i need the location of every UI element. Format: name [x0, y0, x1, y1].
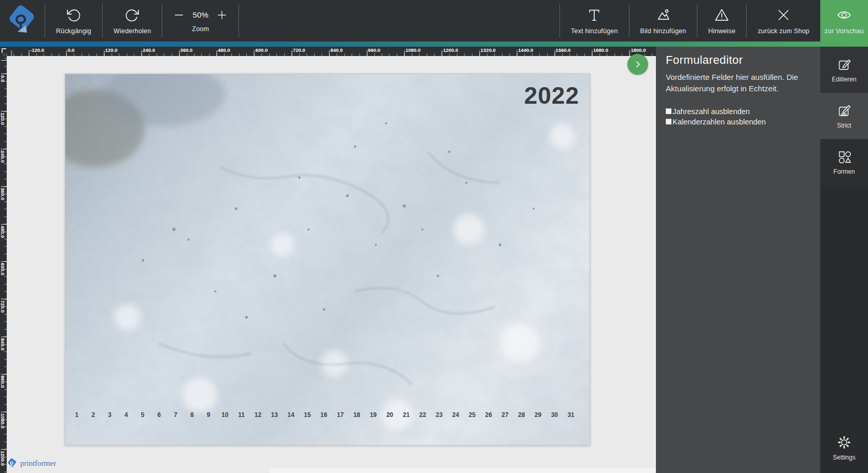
- accent-gradient-bar: [0, 41, 868, 47]
- ruler-tick-label: 360.0: [0, 188, 6, 200]
- ruler-corner-marker: [2, 48, 6, 53]
- calendar-day-number: 23: [436, 411, 442, 419]
- back-to-shop-label: zurück zum Shop: [758, 27, 809, 35]
- ruler-tick-label: 480.0: [218, 47, 230, 53]
- close-icon: [776, 7, 791, 23]
- ruler-tick-label: 1680.0: [593, 47, 608, 53]
- top-toolbar: Rückgängig Wiederholen 50% Zoom Text hin…: [0, 0, 868, 41]
- zoom-control: 50% Zoom: [162, 0, 239, 41]
- form-editor-panel: Formulareditor Vordefinierte Felder hier…: [656, 47, 820, 473]
- sidebar-spacer: [820, 185, 868, 423]
- ruler-tick-label: 960.0: [0, 375, 6, 388]
- checkbox-hide-calendar-numbers[interactable]: Kalenderzahlen ausblenden: [666, 117, 810, 127]
- checkbox[interactable]: [666, 108, 671, 114]
- ruler-tick-label: 1560.0: [556, 47, 571, 53]
- zoom-label: Zoom: [192, 25, 209, 33]
- calendar-day-number: 1: [75, 411, 79, 419]
- edit-note-icon: [837, 103, 851, 118]
- ruler-tick-label: 1440.0: [518, 47, 533, 53]
- ruler-tick-label: 840.0: [330, 47, 343, 53]
- ruler-tick-label: -120.0: [30, 47, 44, 53]
- ruler-major-ticks: [1, 47, 7, 473]
- ruler-tick-label: 720.0: [0, 300, 6, 313]
- hints-label: Hinweise: [708, 27, 735, 35]
- calendar-artboard[interactable]: 2022 12345678910111213141516171819202122…: [65, 74, 590, 446]
- zoom-in-icon[interactable]: [216, 9, 228, 21]
- calendar-day-number: 5: [141, 411, 145, 419]
- ruler-tick-label: 840.0: [0, 338, 6, 351]
- ruler-tick-label: 120.0: [0, 113, 6, 125]
- collapse-panel-button[interactable]: [627, 54, 648, 75]
- preview-label: zur Vorschau: [824, 27, 863, 35]
- sidebar-item-label: Strict: [837, 122, 851, 129]
- printformer-logo-icon: [7, 458, 17, 469]
- zoom-out-icon[interactable]: [173, 9, 185, 21]
- year-text[interactable]: 2022: [524, 84, 579, 107]
- calendar-day-number: 30: [551, 411, 558, 419]
- calendar-day-number: 25: [469, 411, 475, 419]
- zoom-value: 50%: [192, 10, 208, 19]
- printformer-logo-icon: [7, 5, 37, 37]
- ruler-tick-label: 960.0: [368, 47, 381, 53]
- calendar-day-number: 7: [174, 411, 177, 419]
- app-logo[interactable]: [0, 0, 45, 41]
- horizontal-scrollbar[interactable]: [269, 468, 656, 473]
- calendar-day-number: 8: [190, 411, 194, 419]
- checkbox-hide-year[interactable]: Jahreszahl ausblenden: [666, 106, 810, 117]
- sidebar-item-label: Formen: [833, 168, 855, 175]
- hints-button[interactable]: Hinweise: [697, 0, 746, 41]
- add-image-label: Bild hinzufügen: [640, 27, 686, 35]
- calendar-day-number: 11: [238, 411, 245, 419]
- toolbar-spacer: [239, 0, 559, 41]
- calendar-day-number: 17: [337, 411, 344, 419]
- eye-icon: [836, 7, 852, 23]
- horizontal-ruler: -120.00.0120.0240.0360.0480.0600.0720.08…: [0, 47, 656, 56]
- redo-icon: [124, 7, 140, 23]
- sidebar-item-settings[interactable]: Settings: [820, 423, 868, 473]
- ruler-tick-label: 480.0: [0, 226, 6, 238]
- calendar-day-number: 22: [419, 411, 426, 419]
- ruler-tick-label: 720.0: [293, 47, 305, 53]
- checkbox-label: Kalenderzahlen ausblenden: [673, 117, 766, 127]
- calendar-day-number: 9: [207, 411, 211, 419]
- sidebar-item-strict[interactable]: Strict: [820, 93, 868, 139]
- ruler-tick-label: 240.0: [0, 150, 6, 163]
- calendar-day-number: 10: [221, 411, 228, 419]
- calendar-day-number: 27: [501, 411, 508, 419]
- ruler-tick-label: 1320.0: [481, 47, 496, 53]
- redo-button[interactable]: Wiederholen: [103, 0, 162, 41]
- calendar-day-number: 13: [271, 411, 278, 419]
- add-image-button[interactable]: Bild hinzufügen: [629, 0, 697, 41]
- calendar-day-number: 12: [255, 411, 261, 419]
- ruler-tick-label: 1800.0: [631, 47, 646, 53]
- add-text-label: Text hinzufügen: [571, 27, 618, 35]
- shapes-icon: [837, 149, 851, 164]
- sidebar-item-formen[interactable]: Formen: [820, 139, 868, 185]
- back-to-shop-button[interactable]: zurück zum Shop: [747, 0, 820, 41]
- panel-title: Formulareditor: [666, 53, 810, 67]
- calendar-day-number: 28: [518, 411, 525, 419]
- calendar-day-number: 19: [370, 411, 376, 419]
- undo-button[interactable]: Rückgängig: [45, 0, 102, 41]
- edit-icon: [837, 57, 851, 72]
- ruler-tick-label: 240.0: [143, 47, 155, 53]
- calendar-day-number: 2: [91, 411, 95, 419]
- panel-description: Vordefinierte Felder hier ausfüllen. Die…: [666, 72, 810, 94]
- ruler-tick-label: 0.0: [67, 47, 74, 53]
- calendar-day-number: 20: [386, 411, 393, 419]
- calendar-day-number: 29: [535, 411, 541, 419]
- preview-button[interactable]: zur Vorschau: [820, 0, 868, 41]
- right-sidebar: Editieren Strict Formen Setting: [820, 47, 868, 473]
- ruler-tick-label: 1200.0: [0, 451, 6, 466]
- printformer-brand-link[interactable]: printformer: [7, 458, 56, 469]
- calendar-day-number: 4: [124, 411, 128, 419]
- undo-icon: [66, 7, 81, 23]
- ruler-tick-label: 1080.0: [0, 413, 6, 428]
- ruler-tick-label: 0.0: [0, 75, 6, 82]
- undo-label: Rückgängig: [56, 27, 91, 35]
- checkbox[interactable]: [666, 119, 671, 124]
- ruler-tick-label: 120.0: [105, 47, 118, 53]
- calendar-day-number: 18: [353, 411, 360, 419]
- add-text-button[interactable]: Text hinzufügen: [560, 0, 629, 41]
- sidebar-item-editieren[interactable]: Editieren: [820, 47, 868, 93]
